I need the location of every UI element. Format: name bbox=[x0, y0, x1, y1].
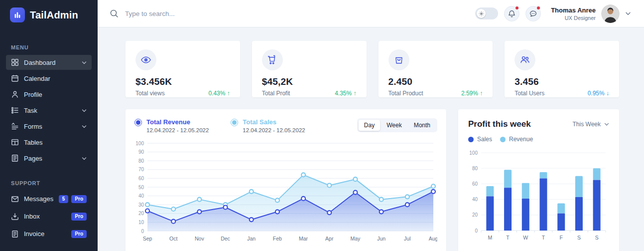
sidebar-item-label: Tables bbox=[24, 139, 43, 146]
stat-label: Total views bbox=[135, 90, 165, 97]
svg-text:80: 80 bbox=[472, 166, 478, 171]
svg-text:Mar: Mar bbox=[299, 236, 308, 242]
search-icon[interactable] bbox=[110, 9, 119, 18]
user-role: UX Designer bbox=[551, 15, 596, 21]
svg-text:Jan: Jan bbox=[247, 236, 256, 242]
legend-total-sales[interactable]: Total Sales 12.04.2022 - 12.05.2022 bbox=[231, 118, 305, 133]
period-month-button[interactable]: Month bbox=[408, 120, 436, 131]
profit-card-title: Profit this week bbox=[468, 119, 531, 129]
profile-icon bbox=[11, 90, 19, 98]
dark-mode-toggle[interactable] bbox=[475, 7, 498, 19]
sidebar-item-task[interactable]: Task bbox=[6, 103, 92, 118]
profit-chart-header: Profit this week This Week bbox=[468, 119, 609, 129]
sidebar-item-label: Dashboard bbox=[24, 59, 56, 66]
sidebar-item-calendar[interactable]: Calendar bbox=[6, 71, 92, 86]
svg-text:Nov: Nov bbox=[195, 236, 204, 242]
legend-title: Total Revenue bbox=[146, 118, 209, 126]
svg-text:20: 20 bbox=[138, 211, 144, 216]
messages-button[interactable] bbox=[525, 6, 541, 21]
stat-card-total-profit: $45,2K Total Profit 4.35% ↑ bbox=[252, 41, 367, 97]
legend-total-revenue[interactable]: Total Revenue 12.04.2022 - 12.05.2022 bbox=[134, 118, 209, 133]
profit-chart-card: Profit this week This Week Sales bbox=[458, 109, 619, 251]
forms-icon bbox=[11, 122, 19, 130]
chevron-down-icon bbox=[82, 156, 87, 161]
search-input[interactable] bbox=[124, 9, 254, 18]
user-menu[interactable]: Thomas Anree UX Designer bbox=[551, 4, 631, 23]
stat-value: $3.456K bbox=[135, 76, 230, 87]
dropdown-value: This Week bbox=[573, 121, 601, 128]
sidebar-item-profile[interactable]: Profile bbox=[6, 87, 92, 102]
top-header: Thomas Anree UX Designer bbox=[98, 0, 644, 27]
svg-text:T: T bbox=[506, 235, 510, 241]
svg-text:May: May bbox=[351, 236, 361, 242]
stat-card-total-users: 3.456 Total Users 0.95% ↓ bbox=[505, 41, 619, 97]
sidebar-item-label: Messages bbox=[24, 195, 53, 203]
svg-text:10: 10 bbox=[138, 220, 144, 225]
stat-change: 4.35% ↑ bbox=[335, 90, 356, 97]
dashboard-content: $3.456K Total views 0.43% ↑ $45,2K Total… bbox=[98, 27, 644, 251]
pages-icon bbox=[11, 154, 19, 162]
search-box bbox=[110, 9, 254, 18]
svg-text:Jul: Jul bbox=[404, 236, 410, 242]
stat-label: Total Profit bbox=[262, 90, 290, 97]
support-section-label: SUPPORT bbox=[11, 180, 87, 186]
sidebar-item-dashboard[interactable]: Dashboard bbox=[6, 55, 92, 70]
sidebar-item-label: Task bbox=[24, 107, 37, 114]
sidebar-item-messages[interactable]: Messages 5 Pro bbox=[6, 191, 92, 207]
stat-label: Total Users bbox=[515, 90, 544, 97]
sidebar-item-invoice[interactable]: Invoice Pro bbox=[6, 226, 92, 242]
charts-row: Total Revenue 12.04.2022 - 12.05.2022 To… bbox=[126, 109, 619, 251]
stat-value: 2.450 bbox=[388, 76, 483, 87]
svg-text:S: S bbox=[577, 235, 581, 241]
profit-bar-chart: 020406080100MTWTFSS bbox=[468, 149, 609, 245]
svg-text:90: 90 bbox=[138, 149, 144, 155]
sidebar: TailAdmin MENU Dashboard Calendar Profil… bbox=[0, 0, 98, 251]
svg-text:T: T bbox=[542, 235, 545, 241]
messages-icon bbox=[11, 195, 19, 203]
stats-row: $3.456K Total views 0.43% ↑ $45,2K Total… bbox=[126, 41, 619, 97]
svg-text:Apr: Apr bbox=[325, 236, 334, 242]
tables-icon bbox=[11, 138, 19, 146]
header-actions: Thomas Anree UX Designer bbox=[475, 4, 631, 23]
sidebar-item-label: Profile bbox=[24, 91, 42, 98]
logo[interactable]: TailAdmin bbox=[0, 0, 98, 27]
task-icon bbox=[11, 106, 19, 114]
svg-text:100: 100 bbox=[135, 141, 144, 146]
legend-sales: Sales bbox=[468, 136, 492, 143]
svg-text:30: 30 bbox=[138, 202, 144, 208]
legend-title: Total Sales bbox=[243, 118, 305, 126]
legend-date-range: 12.04.2022 - 12.05.2022 bbox=[146, 127, 209, 133]
week-select-dropdown[interactable]: This Week bbox=[573, 121, 609, 128]
notification-dot bbox=[515, 5, 519, 10]
pro-badge: Pro bbox=[71, 195, 87, 203]
sidebar-item-tables[interactable]: Tables bbox=[6, 135, 92, 150]
sidebar-item-pages[interactable]: Pages bbox=[6, 151, 92, 166]
period-toggle-group: Day Week Month bbox=[357, 118, 437, 132]
chevron-down-icon bbox=[82, 60, 87, 65]
svg-text:S: S bbox=[595, 235, 599, 241]
sidebar-item-label: Invoice bbox=[24, 230, 44, 238]
svg-text:60: 60 bbox=[138, 176, 144, 181]
period-day-button[interactable]: Day bbox=[359, 120, 380, 131]
sidebar-item-inbox[interactable]: Inbox Pro bbox=[6, 208, 92, 225]
user-name: Thomas Anree bbox=[551, 6, 596, 14]
svg-text:Oct: Oct bbox=[169, 236, 177, 242]
bell-icon bbox=[508, 10, 515, 17]
sidebar-item-label: Forms bbox=[24, 123, 42, 130]
users-icon bbox=[515, 49, 535, 70]
chevron-down-icon bbox=[625, 11, 631, 16]
svg-text:100: 100 bbox=[469, 150, 478, 156]
sidebar-item-label: Calendar bbox=[24, 75, 50, 82]
stat-card-total-product: 2.450 Total Product 2.59% ↑ bbox=[379, 41, 493, 97]
period-week-button[interactable]: Week bbox=[381, 120, 407, 131]
stat-card-total-views: $3.456K Total views 0.43% ↑ bbox=[126, 41, 240, 97]
notifications-button[interactable] bbox=[504, 6, 519, 21]
svg-text:50: 50 bbox=[138, 185, 144, 190]
main-nav: Dashboard Calendar Profile Task Forms bbox=[0, 55, 98, 167]
svg-text:80: 80 bbox=[138, 158, 144, 164]
main-area: Thomas Anree UX Designer $3.456K bbox=[98, 0, 644, 251]
svg-text:70: 70 bbox=[138, 167, 144, 172]
sidebar-item-forms[interactable]: Forms bbox=[6, 119, 92, 134]
svg-text:60: 60 bbox=[472, 181, 478, 187]
chevron-down-icon bbox=[82, 124, 87, 129]
